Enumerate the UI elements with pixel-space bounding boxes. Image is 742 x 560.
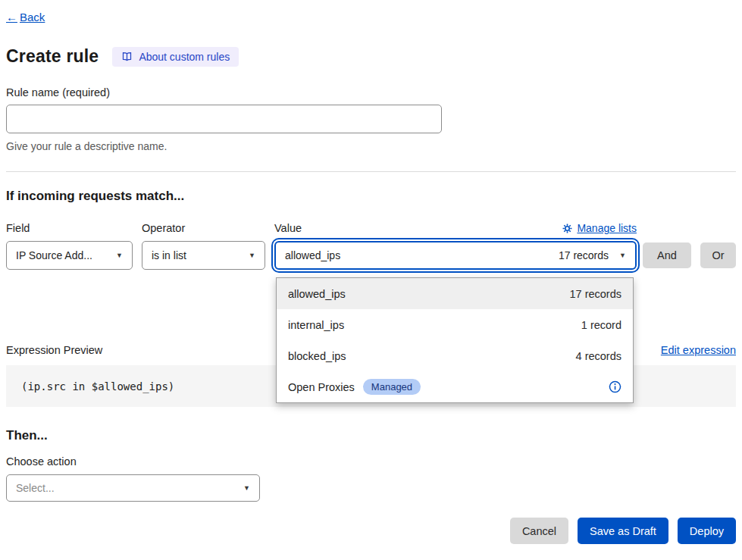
about-custom-rules-label: About custom rules	[139, 51, 230, 63]
manage-lists-link[interactable]: Manage lists	[562, 222, 637, 234]
manage-lists-label: Manage lists	[577, 222, 637, 234]
and-button[interactable]: And	[643, 242, 691, 268]
value-label-row: Value Manage lists	[274, 222, 637, 234]
expression-code-text: (ip.src in $allowed_ips)	[21, 380, 174, 393]
chevron-down-icon: ▼	[243, 485, 250, 492]
match-controls-row: IP Source Add... ▼ is in list ▼ allowed_…	[6, 241, 736, 270]
action-select[interactable]: Select... ▼	[6, 474, 260, 502]
footer-actions: Cancel Save as Draft Deploy	[6, 518, 736, 544]
chevron-down-icon: ▼	[619, 252, 626, 259]
rule-name-input[interactable]	[6, 105, 442, 133]
dropdown-option-internal-ips[interactable]: internal_ips 1 record	[277, 309, 633, 340]
option-name: blocked_ips	[288, 350, 346, 362]
dropdown-option-allowed-ips[interactable]: allowed_ips 17 records	[277, 278, 633, 309]
deploy-button[interactable]: Deploy	[678, 518, 736, 544]
value-records-count: 17 records	[559, 249, 609, 261]
dropdown-option-blocked-ips[interactable]: blocked_ips 4 records	[277, 340, 633, 371]
option-record-count: 17 records	[569, 288, 621, 300]
option-record-count: 4 records	[576, 350, 621, 362]
or-button[interactable]: Or	[700, 242, 736, 268]
chevron-down-icon: ▼	[116, 252, 123, 259]
page-title: Create rule	[6, 46, 99, 67]
book-icon	[121, 51, 133, 62]
operator-select-value: is in list	[152, 249, 186, 261]
create-rule-page: ← Back Create rule About custom rules Ru…	[0, 0, 742, 544]
title-row: Create rule About custom rules	[6, 46, 736, 67]
field-select-value: IP Source Add...	[16, 249, 92, 261]
expression-preview-label: Expression Preview	[6, 344, 102, 356]
value-dropdown-menu: allowed_ips 17 records internal_ips 1 re…	[276, 277, 634, 403]
option-name: Open Proxies	[288, 381, 355, 393]
value-select-wrap: allowed_ips 17 records ▼ allowed_ips 17 …	[274, 241, 637, 270]
info-icon[interactable]	[609, 380, 621, 393]
about-custom-rules-link[interactable]: About custom rules	[112, 47, 239, 67]
managed-badge: Managed	[363, 379, 421, 396]
action-select-placeholder: Select...	[16, 482, 55, 494]
option-record-count: 1 record	[581, 319, 621, 331]
field-select[interactable]: IP Source Add... ▼	[6, 241, 133, 270]
dropdown-option-open-proxies[interactable]: Open Proxies Managed	[277, 371, 633, 402]
save-as-draft-button[interactable]: Save as Draft	[578, 518, 668, 544]
back-label: Back	[20, 11, 45, 23]
cancel-button[interactable]: Cancel	[510, 518, 568, 544]
option-left: Open Proxies Managed	[288, 379, 421, 396]
option-name: allowed_ips	[288, 288, 346, 300]
field-label: Field	[6, 222, 133, 234]
value-select-right: 17 records ▼	[559, 249, 626, 261]
back-arrow-icon: ←	[6, 11, 17, 23]
operator-select[interactable]: is in list ▼	[142, 241, 265, 270]
value-label: Value	[274, 222, 302, 234]
value-select[interactable]: allowed_ips 17 records ▼	[274, 241, 637, 270]
operator-label: Operator	[142, 222, 265, 234]
rule-name-label: Rule name (required)	[6, 86, 736, 99]
then-section-heading: Then...	[6, 428, 736, 443]
value-select-value: allowed_ips	[285, 249, 340, 261]
rule-name-group: Rule name (required) Give your rule a de…	[6, 86, 736, 152]
choose-action-label: Choose action	[6, 455, 736, 468]
option-name: internal_ips	[288, 319, 344, 331]
back-link[interactable]: ← Back	[6, 11, 45, 23]
edit-expression-link[interactable]: Edit expression	[661, 344, 736, 356]
section-divider	[6, 171, 736, 172]
gear-icon	[562, 224, 572, 233]
rule-name-help: Give your rule a descriptive name.	[6, 140, 736, 152]
chevron-down-icon: ▼	[249, 252, 255, 259]
match-labels-row: Field Operator Value Manage lists	[6, 222, 736, 234]
match-section-heading: If incoming requests match...	[6, 189, 736, 204]
